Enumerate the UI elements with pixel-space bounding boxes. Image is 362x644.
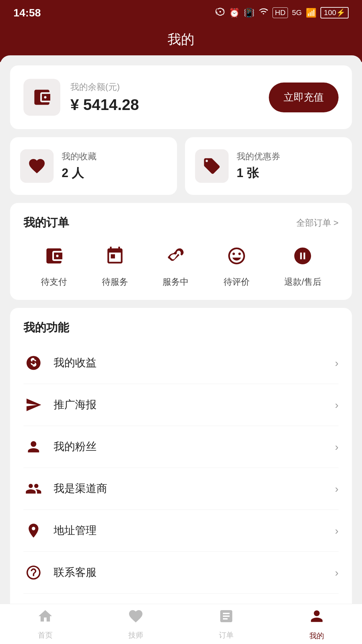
nav-mine-label: 我的 bbox=[309, 631, 324, 641]
main-content: 我的余额(元) ¥ 5414.28 立即充值 我的收藏 2 人 bbox=[0, 55, 362, 644]
refund-icon bbox=[289, 243, 316, 269]
coupons-label: 我的优惠券 bbox=[237, 151, 280, 162]
in-service-label: 服务中 bbox=[163, 276, 189, 288]
fans-label: 我的粉丝 bbox=[54, 439, 97, 454]
function-fans-left: 我的粉丝 bbox=[23, 437, 97, 457]
page-title: 我的 bbox=[0, 30, 362, 49]
balance-label: 我的余额(元) bbox=[70, 81, 139, 93]
channel-arrow: › bbox=[335, 483, 339, 495]
pending-pay-label: 待支付 bbox=[41, 276, 67, 288]
function-address-left: 地址管理 bbox=[23, 521, 97, 541]
favorites-label: 我的收藏 bbox=[62, 151, 97, 162]
all-orders-link[interactable]: 全部订单 > bbox=[296, 217, 339, 229]
address-arrow: › bbox=[335, 525, 339, 537]
favorites-info: 我的收藏 2 人 bbox=[62, 151, 97, 181]
favorites-value: 2 人 bbox=[62, 165, 97, 181]
alarm-icon: ⏰ bbox=[229, 8, 240, 18]
status-bar: 14:58 ⏰ 📳 HD 5G 📶 100⚡ bbox=[0, 0, 362, 23]
service-arrow: › bbox=[335, 567, 339, 579]
functions-card: 我的功能 我的收益 › 推广海报 bbox=[10, 308, 352, 644]
mine-nav-icon bbox=[308, 607, 325, 628]
wifi-icon bbox=[258, 7, 268, 19]
favorites-card[interactable]: 我的收藏 2 人 bbox=[10, 137, 177, 195]
service-icon bbox=[23, 562, 44, 583]
nav-technician[interactable]: 技师 bbox=[90, 604, 181, 644]
function-channel-left: 我是渠道商 bbox=[23, 479, 107, 499]
orders-card: 我的订单 全部订单 > 待支付 待服务 bbox=[10, 203, 352, 300]
channel-label: 我是渠道商 bbox=[54, 481, 107, 496]
function-fans[interactable]: 我的粉丝 › bbox=[23, 426, 339, 468]
address-label: 地址管理 bbox=[54, 523, 97, 538]
poster-arrow: › bbox=[335, 399, 339, 411]
function-poster[interactable]: 推广海报 › bbox=[23, 384, 339, 426]
battery-icon: 100⚡ bbox=[320, 7, 349, 18]
function-service[interactable]: 联系客服 › bbox=[23, 552, 339, 594]
order-pending-review[interactable]: 待评价 bbox=[223, 243, 250, 288]
balance-icon bbox=[23, 79, 60, 116]
order-pending-service[interactable]: 待服务 bbox=[102, 243, 128, 288]
nav-home[interactable]: 首页 bbox=[0, 604, 90, 644]
bottom-nav: 首页 技师 订单 我的 bbox=[0, 604, 362, 644]
income-arrow: › bbox=[335, 357, 339, 369]
orders-nav-icon bbox=[218, 608, 234, 628]
pending-review-label: 待评价 bbox=[224, 276, 250, 288]
balance-card: 我的余额(元) ¥ 5414.28 立即充值 bbox=[10, 65, 352, 129]
service-label: 联系客服 bbox=[54, 565, 97, 580]
refund-label: 退款/售后 bbox=[284, 276, 321, 288]
pending-pay-icon bbox=[41, 243, 67, 269]
function-income-left: 我的收益 bbox=[23, 353, 97, 373]
function-poster-left: 推广海报 bbox=[23, 395, 97, 415]
stats-row: 我的收藏 2 人 我的优惠券 1 张 bbox=[10, 137, 352, 195]
orders-grid: 待支付 待服务 服务中 bbox=[23, 243, 339, 288]
home-icon bbox=[37, 608, 53, 628]
coupons-icon bbox=[195, 149, 229, 183]
income-label: 我的收益 bbox=[54, 356, 97, 370]
nav-technician-label: 技师 bbox=[128, 630, 143, 640]
technician-icon bbox=[128, 608, 144, 628]
fans-arrow: › bbox=[335, 441, 339, 453]
order-pending-pay[interactable]: 待支付 bbox=[41, 243, 67, 288]
balance-left: 我的余额(元) ¥ 5414.28 bbox=[23, 79, 139, 116]
function-service-left: 联系客服 bbox=[23, 562, 97, 583]
pending-service-label: 待服务 bbox=[102, 276, 128, 288]
address-icon bbox=[23, 521, 44, 541]
order-in-service[interactable]: 服务中 bbox=[162, 243, 189, 288]
5g-badge: 5G bbox=[292, 8, 302, 17]
hd-badge: HD bbox=[273, 7, 288, 18]
function-address[interactable]: 地址管理 › bbox=[23, 510, 339, 552]
nfc-icon bbox=[216, 7, 225, 18]
recharge-button[interactable]: 立即充值 bbox=[269, 83, 339, 112]
status-time: 14:58 bbox=[13, 7, 41, 19]
orders-title: 我的订单 bbox=[23, 215, 69, 230]
nav-orders-label: 订单 bbox=[219, 630, 234, 640]
balance-info: 我的余额(元) ¥ 5414.28 bbox=[70, 81, 139, 114]
pending-service-icon bbox=[102, 243, 128, 269]
poster-icon bbox=[23, 395, 44, 415]
nav-home-label: 首页 bbox=[38, 630, 53, 640]
income-icon bbox=[23, 353, 44, 373]
channel-icon bbox=[23, 479, 44, 499]
nav-mine[interactable]: 我的 bbox=[272, 604, 362, 644]
vibrate-icon: 📳 bbox=[244, 8, 254, 18]
balance-amount: ¥ 5414.28 bbox=[70, 96, 139, 114]
signal-icon: 📶 bbox=[306, 8, 316, 18]
function-income[interactable]: 我的收益 › bbox=[23, 342, 339, 384]
poster-label: 推广海报 bbox=[54, 397, 97, 412]
pending-review-icon bbox=[223, 243, 250, 269]
in-service-icon bbox=[162, 243, 189, 269]
functions-title: 我的功能 bbox=[23, 320, 339, 335]
coupons-value: 1 张 bbox=[237, 165, 280, 181]
nav-orders[interactable]: 订单 bbox=[181, 604, 272, 644]
coupons-info: 我的优惠券 1 张 bbox=[237, 151, 280, 181]
function-channel[interactable]: 我是渠道商 › bbox=[23, 468, 339, 510]
order-refund[interactable]: 退款/售后 bbox=[284, 243, 321, 288]
fans-icon bbox=[23, 437, 44, 457]
favorites-icon bbox=[20, 149, 54, 183]
status-icons: ⏰ 📳 HD 5G 📶 100⚡ bbox=[216, 7, 349, 19]
coupons-card[interactable]: 我的优惠券 1 张 bbox=[185, 137, 352, 195]
orders-header: 我的订单 全部订单 > bbox=[23, 215, 339, 230]
